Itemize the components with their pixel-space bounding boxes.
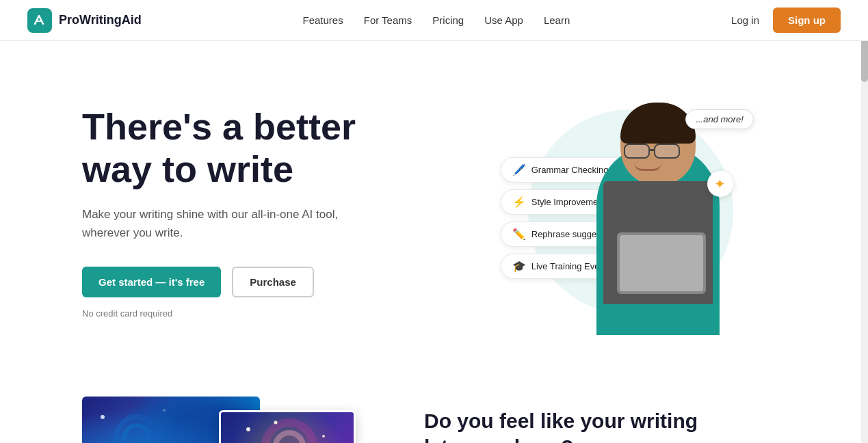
svg-point-4: [163, 409, 166, 412]
logo-icon[interactable]: [27, 8, 52, 33]
glasses-bridge: [650, 149, 655, 151]
svg-point-10: [246, 427, 250, 431]
svg-point-12: [274, 421, 278, 425]
nav-for-teams[interactable]: For Teams: [364, 14, 412, 26]
glasses-right: [654, 144, 680, 159]
svg-point-9: [276, 433, 303, 443]
rephrase-icon: ✏️: [512, 228, 526, 241]
logo-text: ProWritingAid: [59, 13, 142, 27]
hero-section: There's a better way to write Make your …: [0, 41, 868, 369]
get-started-button[interactable]: Get started — it's free: [82, 267, 221, 297]
style-icon: ⚡: [512, 196, 526, 209]
star-badge: ✦: [707, 171, 733, 197]
star-icon: ✦: [714, 176, 726, 192]
navbar: ProWritingAid Features For Teams Pricing…: [0, 0, 868, 41]
svg-point-1: [124, 425, 149, 443]
nav-features[interactable]: Features: [303, 14, 343, 26]
bottom-image-group: My idea in my head: [82, 397, 369, 443]
purchase-button[interactable]: Purchase: [232, 267, 314, 297]
laptop-shape: [617, 232, 706, 294]
nav-use-app[interactable]: Use App: [484, 14, 523, 26]
signup-button[interactable]: Sign up: [773, 8, 841, 33]
hero-right: 🖊️ Grammar Checking ⚡ Style Improvements…: [448, 82, 814, 342]
login-link[interactable]: Log in: [731, 14, 759, 26]
svg-point-0: [116, 417, 157, 443]
person-smile: [634, 163, 661, 171]
svg-point-3: [101, 415, 105, 419]
nav-learn[interactable]: Learn: [544, 14, 570, 26]
nav-pricing[interactable]: Pricing: [432, 14, 464, 26]
bottom-right: Do you feel like your writing lets you d…: [424, 408, 711, 443]
training-icon: 🎓: [512, 260, 526, 273]
image-placeholder-2: [219, 410, 356, 443]
svg-point-11: [322, 435, 325, 438]
hero-illustration: 🖊️ Grammar Checking ⚡ Style Improvements…: [501, 89, 761, 335]
scrollbar[interactable]: [861, 0, 868, 443]
hero-title: There's a better way to write: [82, 105, 448, 190]
hero-subtitle: Make your writing shine with our all-in-…: [82, 205, 356, 242]
hero-left: There's a better way to write Make your …: [82, 105, 448, 319]
glasses-left: [624, 144, 650, 159]
logo-group: ProWritingAid: [27, 8, 142, 33]
bottom-title: Do you feel like your writing lets you d…: [424, 408, 711, 443]
person-hair: [620, 103, 696, 144]
svg-point-2: [192, 410, 219, 438]
svg-point-8: [265, 422, 313, 443]
hero-buttons: Get started — it's free Purchase: [82, 267, 448, 297]
more-bubble: ...and more!: [685, 109, 753, 129]
navbar-nav: Features For Teams Pricing Use App Learn: [303, 14, 570, 26]
grammar-icon: 🖊️: [512, 163, 526, 176]
bottom-section: My idea in my head Do you feel like your…: [0, 369, 868, 443]
no-cc-text: No credit card required: [82, 308, 448, 319]
navbar-right: Log in Sign up: [731, 8, 841, 33]
